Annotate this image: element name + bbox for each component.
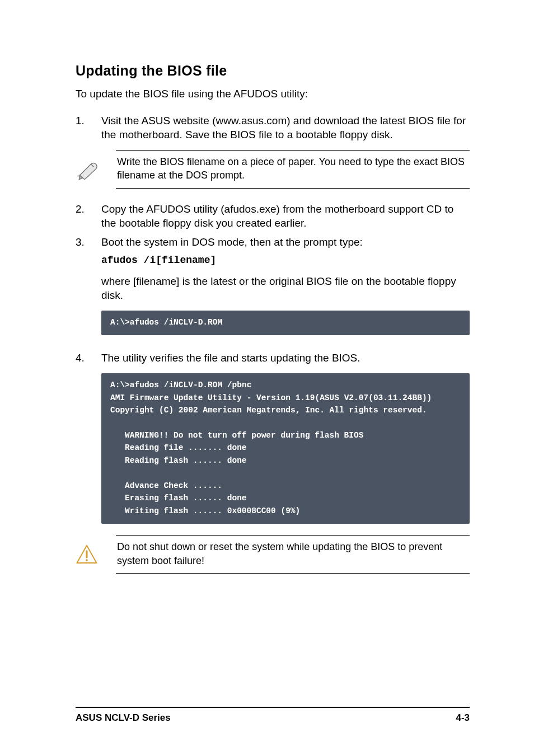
steps-list-3: 4. The utility verifies the file and sta… bbox=[76, 351, 470, 365]
pencil-icon bbox=[76, 158, 116, 180]
step-number: 2. bbox=[76, 202, 101, 217]
step-number: 4. bbox=[76, 351, 101, 365]
terminal-block-1: A:\>afudos /iNCLV-D.ROM bbox=[101, 311, 470, 335]
step-3b-text: where [filename] is the latest or the or… bbox=[101, 274, 470, 303]
step-text: Copy the AFUDOS utility (afudos.exe) fro… bbox=[101, 202, 470, 231]
terminal-line: A:\>afudos /iNCLV-D.ROM /pbnc bbox=[110, 381, 251, 389]
terminal-block-2: A:\>afudos /iNCLV-D.ROM /pbnc AMI Firmwa… bbox=[101, 373, 470, 524]
step-text: Boot the system in DOS mode, then at the… bbox=[101, 235, 470, 306]
terminal-line: A:\>afudos /iNCLV-D.ROM bbox=[110, 318, 222, 327]
intro-text: To update the BIOS file using the AFUDOS… bbox=[76, 87, 470, 101]
step-number: 1. bbox=[76, 114, 101, 128]
step-1: 1. Visit the ASUS website (www.asus.com)… bbox=[76, 114, 470, 142]
steps-list-2: 2. Copy the AFUDOS utility (afudos.exe) … bbox=[76, 202, 470, 307]
terminal-line: Reading file ....... done bbox=[110, 442, 461, 454]
terminal-line: Writing flash ...... 0x0008CC00 (9%) bbox=[110, 505, 461, 517]
step-2: 2. Copy the AFUDOS utility (afudos.exe) … bbox=[76, 202, 470, 231]
step-number: 3. bbox=[76, 235, 101, 250]
terminal-line: Copyright (C) 2002 American Megatrends, … bbox=[110, 406, 427, 415]
step-text: Visit the ASUS website (www.asus.com) an… bbox=[101, 114, 470, 142]
terminal-line: Reading flash ...... done bbox=[110, 454, 461, 467]
terminal-line: AMI Firmware Update Utility - Version 1.… bbox=[110, 393, 432, 402]
step-4: 4. The utility verifies the file and sta… bbox=[76, 351, 470, 365]
warning-icon bbox=[76, 543, 116, 566]
steps-list: 1. Visit the ASUS website (www.asus.com)… bbox=[76, 114, 470, 142]
section-heading: Updating the BIOS file bbox=[76, 63, 470, 79]
page: Updating the BIOS file To update the BIO… bbox=[0, 0, 534, 756]
terminal-line: WARNING!! Do not turn off power during f… bbox=[110, 429, 461, 442]
terminal-line: Advance Check ...... bbox=[110, 480, 461, 492]
step-3: 3. Boot the system in DOS mode, then at … bbox=[76, 235, 470, 306]
warning-block: Do not shut down or reset the system whi… bbox=[76, 535, 470, 574]
note-block: Write the BIOS filename on a piece of pa… bbox=[76, 150, 470, 189]
svg-point-3 bbox=[86, 559, 88, 561]
footer-left: ASUS NCLV-D Series bbox=[76, 712, 171, 724]
terminal-line: Erasing flash ...... done bbox=[110, 492, 461, 504]
note-text: Write the BIOS filename on a piece of pa… bbox=[116, 150, 470, 189]
code-command: afudos /i[filename] bbox=[101, 253, 470, 267]
footer-page-number: 4-3 bbox=[456, 712, 470, 724]
warning-text: Do not shut down or reset the system whi… bbox=[116, 535, 470, 574]
page-footer: ASUS NCLV-D Series 4-3 bbox=[76, 707, 470, 724]
step-text: The utility verifies the file and starts… bbox=[101, 351, 470, 365]
step-3-text: Boot the system in DOS mode, then at the… bbox=[101, 235, 470, 250]
